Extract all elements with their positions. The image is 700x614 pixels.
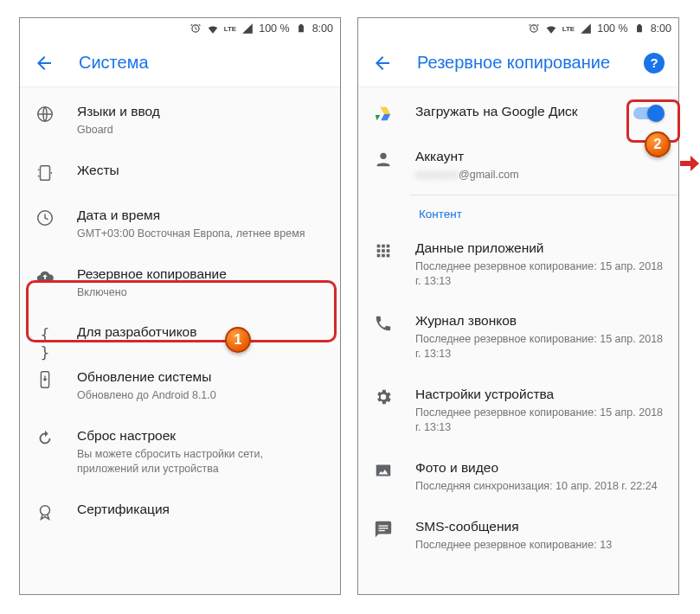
item-datetime[interactable]: Дата и времяGMT+03:00 Восточная Европа, … <box>20 195 340 253</box>
update-icon <box>35 370 55 389</box>
item-title: Сертификация <box>77 501 326 519</box>
account-icon <box>374 150 393 169</box>
settings-list: Языки и вводGboard Жесты Дата и времяGMT… <box>20 87 340 534</box>
item-sub: Последняя синхронизация: 10 апр. 2018 г.… <box>415 479 665 494</box>
item-certification[interactable]: Сертификация <box>20 489 340 534</box>
item-title: Фото и видео <box>415 459 665 477</box>
item-backup[interactable]: Резервное копированиеВключено <box>20 253 340 312</box>
header: Система <box>20 39 340 87</box>
item-title: Дата и время <box>77 207 326 225</box>
battery-label: 100 % <box>259 22 289 35</box>
backup-list: Загружать на Google Диск Аккаунтxxxxxxxx… <box>358 87 678 564</box>
item-sub: Последнее резервное копирование: 15 апр.… <box>415 332 665 361</box>
svg-point-2 <box>38 169 40 170</box>
drive-icon <box>374 105 393 124</box>
phone-icon <box>374 314 393 333</box>
item-title: Загружать на Google Диск <box>415 103 604 121</box>
item-sub: Последнее резервное копирование: 15 апр.… <box>415 406 665 435</box>
svg-point-7 <box>41 506 50 515</box>
section-content: Контент <box>358 195 678 227</box>
gestures-icon <box>35 163 55 182</box>
item-title: Настройки устройства <box>415 386 665 404</box>
item-sms[interactable]: SMS-сообщенияПоследнее резервное копиров… <box>358 506 678 565</box>
wifi-icon <box>207 22 219 35</box>
item-sub: Обновлено до Android 8.1.0 <box>77 388 326 403</box>
svg-rect-1 <box>41 166 50 181</box>
item-gestures[interactable]: Жесты <box>20 150 340 195</box>
svg-point-3 <box>38 176 40 177</box>
page-title: Система <box>79 53 149 73</box>
item-call-log[interactable]: Журнал звонковПоследнее резервное копиро… <box>358 300 678 374</box>
item-title: Аккаунт <box>415 148 665 166</box>
item-title: Для разработчиков <box>77 323 326 342</box>
svg-point-4 <box>50 172 52 174</box>
item-reset[interactable]: Сброс настроекВы можете сбросить настрой… <box>20 415 340 489</box>
status-bar: LTE 100 % 8:00 <box>20 18 340 39</box>
item-title: Жесты <box>77 162 326 180</box>
braces-icon: { } <box>35 325 55 344</box>
item-sub: Последнее резервное копирование: 13 <box>415 538 665 553</box>
help-icon[interactable]: ? <box>644 53 665 74</box>
reset-icon <box>35 429 55 448</box>
annotation-marker-1: 1 <box>225 327 251 353</box>
toggle-upload[interactable] <box>633 105 665 122</box>
item-title: Сброс настроек <box>77 427 326 445</box>
item-sub: xxxxxxxx@gmail.com <box>415 168 665 182</box>
image-icon <box>374 461 393 480</box>
item-upload-drive[interactable]: Загружать на Google Диск <box>358 91 678 136</box>
net-label: LTE <box>562 25 575 33</box>
sms-icon <box>374 520 393 539</box>
item-photos[interactable]: Фото и видеоПоследняя синхронизация: 10 … <box>358 447 678 506</box>
item-developer[interactable]: { } Для разработчиков <box>20 311 340 356</box>
item-sub: Вы можете сбросить настройки сети, прило… <box>77 447 326 476</box>
time-label: 8:00 <box>651 22 671 35</box>
back-icon[interactable] <box>34 53 55 74</box>
item-title: Языки и ввод <box>77 103 326 121</box>
svg-point-8 <box>380 153 386 159</box>
phone-right: LTE 100 % 8:00 Резервное копирование ? З… <box>357 17 679 595</box>
battery-icon <box>633 22 645 35</box>
phone-left: LTE 100 % 8:00 Система Языки и вводGboar… <box>19 17 341 595</box>
item-app-data[interactable]: Данные приложенийПоследнее резервное коп… <box>358 227 678 301</box>
globe-icon <box>35 105 55 124</box>
item-device-settings[interactable]: Настройки устройстваПоследнее резервное … <box>358 374 678 447</box>
back-icon[interactable] <box>372 53 393 74</box>
battery-label: 100 % <box>597 22 627 35</box>
page-title: Резервное копирование <box>417 53 610 73</box>
svg-rect-21 <box>379 530 385 531</box>
item-update[interactable]: Обновление системыОбновлено до Android 8… <box>20 356 340 415</box>
annotation-arrow-icon <box>680 156 699 171</box>
svg-rect-19 <box>379 525 389 526</box>
svg-rect-10 <box>382 244 385 247</box>
annotation-marker-2: 2 <box>645 131 671 157</box>
signal-icon <box>580 22 592 35</box>
item-title: Обновление системы <box>77 368 326 387</box>
item-title: SMS-сообщения <box>415 518 665 536</box>
alarm-icon <box>528 22 540 35</box>
item-sub: Включено <box>77 285 326 300</box>
item-sub: GMT+03:00 Восточная Европа, летнее время <box>77 227 326 241</box>
item-account[interactable]: Аккаунтxxxxxxxx@gmail.com <box>358 136 678 195</box>
header: Резервное копирование ? <box>358 39 678 87</box>
battery-icon <box>295 22 307 35</box>
apps-icon <box>374 241 393 260</box>
item-title: Журнал звонков <box>415 312 665 330</box>
status-bar: LTE 100 % 8:00 <box>358 18 678 39</box>
item-sub: Gboard <box>77 123 326 138</box>
item-title: Данные приложений <box>415 240 665 258</box>
svg-rect-11 <box>387 244 390 247</box>
item-title: Резервное копирование <box>77 265 326 284</box>
net-label: LTE <box>224 25 237 33</box>
svg-rect-13 <box>382 249 385 253</box>
svg-rect-20 <box>379 528 389 528</box>
item-sub: Последнее резервное копирование: 15 апр.… <box>415 259 665 289</box>
svg-rect-14 <box>387 249 390 253</box>
signal-icon <box>241 22 254 35</box>
svg-rect-9 <box>377 244 381 247</box>
wifi-icon <box>545 22 557 35</box>
item-languages[interactable]: Языки и вводGboard <box>20 91 340 150</box>
clock-icon <box>35 208 55 227</box>
gear-icon <box>374 387 393 406</box>
rosette-icon <box>35 502 55 521</box>
svg-rect-15 <box>377 253 381 257</box>
